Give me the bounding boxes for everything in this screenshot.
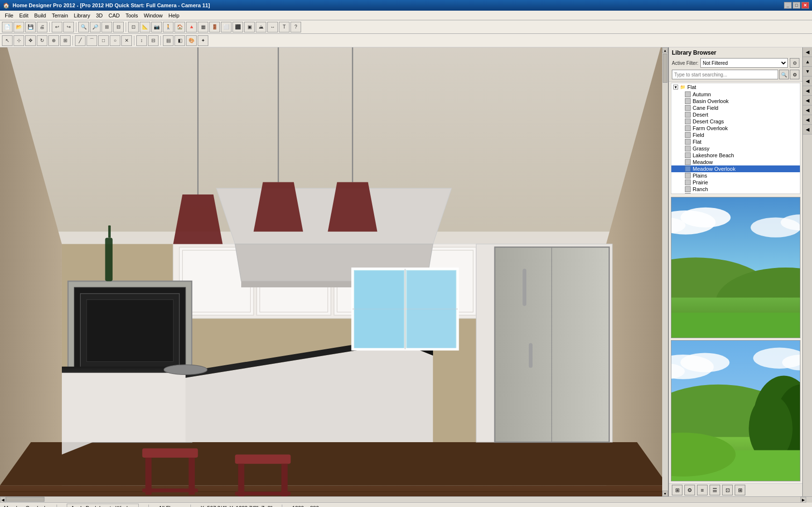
- apply-backdrop-button[interactable]: Apply Backdrop to Window: [67, 504, 139, 507]
- tree-item-basin-overlook[interactable]: Basin Overlook: [671, 98, 800, 104]
- tree-item-meadow[interactable]: Meadow: [671, 159, 800, 165]
- library-settings-button[interactable]: ⚙: [684, 485, 695, 495]
- view-details-button[interactable]: ☰: [710, 485, 720, 495]
- wall-button[interactable]: ▦: [198, 22, 208, 32]
- scroll-down-arrow[interactable]: ▼: [662, 491, 668, 496]
- tree-item-ranch[interactable]: Ranch: [671, 186, 800, 193]
- select-button[interactable]: ↖: [2, 35, 13, 46]
- tree-root-flat[interactable]: ▼ 📁 Flat: [671, 83, 800, 91]
- stair-button[interactable]: ⬛: [232, 22, 243, 32]
- view-list-button[interactable]: ≡: [697, 485, 708, 495]
- save-button[interactable]: 💾: [25, 22, 36, 32]
- tree-item-grassy[interactable]: Grassy: [671, 145, 800, 152]
- tree-item-cane-field[interactable]: Cane Field: [671, 104, 800, 111]
- hscroll-left-arrow[interactable]: ◀: [0, 497, 6, 503]
- scroll-up-arrow[interactable]: ▲: [662, 47, 668, 53]
- search-input[interactable]: [672, 70, 778, 79]
- draw-line-button[interactable]: ╱: [75, 35, 86, 46]
- tree-item-plains[interactable]: Plains: [671, 172, 800, 179]
- edge-btn-8[interactable]: ◀: [803, 115, 812, 125]
- filter-settings-button[interactable]: ⚙: [790, 58, 799, 68]
- render-button[interactable]: ✦: [198, 35, 208, 46]
- search-options-button[interactable]: ⚙: [790, 70, 799, 79]
- delete-button[interactable]: ✕: [121, 35, 132, 46]
- view-large-icons-button[interactable]: ⊞: [735, 485, 745, 495]
- help2-button[interactable]: ?: [290, 22, 301, 32]
- tree-item-field[interactable]: Field: [671, 132, 800, 138]
- minimize-button[interactable]: _: [784, 2, 792, 9]
- menu-tools[interactable]: Tools: [123, 12, 141, 19]
- tree-item-farm-overlook[interactable]: Farm Overlook: [671, 125, 800, 132]
- filter-dropdown[interactable]: Not Filtered: [700, 58, 788, 68]
- dimension-button[interactable]: ↔: [267, 22, 278, 32]
- hscroll-thumb[interactable]: [6, 497, 44, 502]
- tree-item-desert-crags[interactable]: Desert Crags: [671, 118, 800, 125]
- dimension2-button[interactable]: ↕: [136, 35, 147, 46]
- copy-button[interactable]: ⊕: [48, 35, 59, 46]
- zoom-extents-button[interactable]: ⊟: [113, 22, 124, 32]
- search-button[interactable]: 🔍: [779, 70, 789, 79]
- tree-item-lakeshore-beach[interactable]: Lakeshore Beach: [671, 152, 800, 159]
- menu-window[interactable]: Window: [141, 12, 165, 19]
- mirror-button[interactable]: ⊞: [60, 35, 71, 46]
- undo-button[interactable]: ↩: [52, 22, 62, 32]
- edge-btn-1[interactable]: ◀: [803, 47, 812, 57]
- hscroll-track[interactable]: [6, 497, 800, 502]
- window-button[interactable]: ⬜: [221, 22, 232, 32]
- walkthrough-button[interactable]: 🚶: [163, 22, 174, 32]
- camera-button[interactable]: 📷: [151, 22, 162, 32]
- view-icons-button[interactable]: ⊡: [722, 485, 733, 495]
- elevation-button[interactable]: 📐: [140, 22, 150, 32]
- snap-button[interactable]: ⊟: [148, 35, 159, 46]
- tree-item-desert[interactable]: Desert: [671, 111, 800, 118]
- floor-plan-button[interactable]: ⊡: [128, 22, 139, 32]
- menu-3d[interactable]: 3D: [93, 12, 105, 19]
- draw-arc-button[interactable]: ⌒: [87, 35, 97, 46]
- edge-btn-5[interactable]: ◀: [803, 86, 812, 96]
- rotate-button[interactable]: ↻: [37, 35, 47, 46]
- edge-btn-4[interactable]: ◀: [803, 76, 812, 86]
- draw-rect-button[interactable]: □: [98, 35, 109, 46]
- tree-item-flat[interactable]: Flat: [671, 138, 800, 145]
- scroll-thumb[interactable]: [663, 54, 667, 83]
- hscroll-right-arrow[interactable]: ▶: [800, 497, 806, 503]
- tree-item-prairie[interactable]: Prairie: [671, 179, 800, 186]
- print-button[interactable]: 🖨: [37, 22, 47, 32]
- zoom-fit-button[interactable]: ⊞: [102, 22, 112, 32]
- edge-btn-2[interactable]: ▲: [803, 57, 812, 67]
- edge-btn-7[interactable]: ◀: [803, 105, 812, 115]
- draw-circle-button[interactable]: ○: [110, 35, 120, 46]
- roof-button[interactable]: 🔺: [186, 22, 197, 32]
- color-button[interactable]: 🎨: [186, 35, 197, 46]
- material-button[interactable]: ◧: [174, 35, 185, 46]
- layer-button[interactable]: ▤: [163, 35, 174, 46]
- viewport-3d[interactable]: ▲ ▼: [0, 47, 668, 496]
- tree-item-ridge[interactable]: Ridge: [671, 193, 800, 194]
- tree-item-autumn[interactable]: Autumn: [671, 91, 800, 98]
- deck-button[interactable]: ▣: [244, 22, 255, 32]
- close-button[interactable]: ✕: [801, 2, 809, 9]
- menu-build[interactable]: Build: [31, 12, 49, 19]
- doll-house-button[interactable]: 🏠: [174, 22, 185, 32]
- menu-edit[interactable]: Edit: [16, 12, 31, 19]
- open-button[interactable]: 📂: [14, 22, 24, 32]
- edge-btn-6[interactable]: ◀: [803, 96, 812, 105]
- select2-button[interactable]: ⊹: [14, 35, 24, 46]
- menu-help[interactable]: Help: [166, 12, 183, 19]
- tree-item-meadow-overlook[interactable]: Meadow Overlook: [671, 165, 800, 172]
- expand-icon[interactable]: ▼: [673, 85, 678, 89]
- viewport-vscrollbar[interactable]: ▲ ▼: [662, 47, 668, 496]
- edge-btn-9[interactable]: ◀: [803, 125, 812, 134]
- library-tree[interactable]: ▼ 📁 Flat Autumn Basin Overlook Cane Fiel…: [671, 83, 800, 194]
- zoom-out-button[interactable]: 🔎: [90, 22, 101, 32]
- text-button[interactable]: T: [279, 22, 290, 32]
- menu-file[interactable]: File: [2, 12, 16, 19]
- move-button[interactable]: ✥: [25, 35, 36, 46]
- maximize-button[interactable]: □: [793, 2, 800, 9]
- edge-btn-3[interactable]: ▼: [803, 67, 812, 76]
- add-to-plan-button[interactable]: ⊞: [672, 485, 682, 495]
- menu-terrain[interactable]: Terrain: [49, 12, 71, 19]
- redo-button[interactable]: ↪: [63, 22, 74, 32]
- menu-cad[interactable]: CAD: [105, 12, 122, 19]
- menu-library[interactable]: Library: [71, 12, 93, 19]
